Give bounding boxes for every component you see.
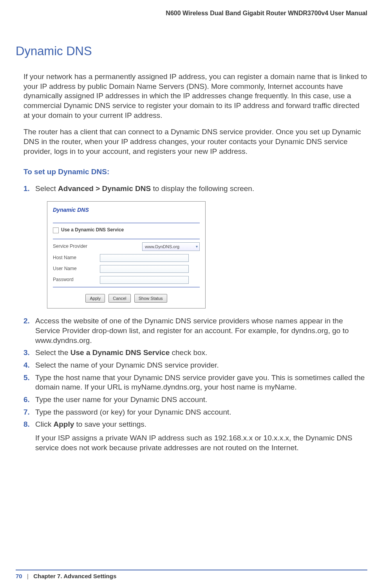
service-provider-value: www.DynDNS.org	[145, 244, 179, 249]
user-name-row: User Name	[53, 265, 200, 273]
paragraph-2: The router has a client that can connect…	[16, 127, 367, 156]
manual-title: N600 Wireless Dual Band Gigabit Router W…	[166, 10, 367, 16]
page-content: Dynamic DNS If your network has a perman…	[0, 17, 383, 453]
cancel-button[interactable]: Cancel	[108, 294, 130, 303]
service-provider-select[interactable]: www.DynDNS.org ▾	[142, 242, 200, 251]
steps-list: Select Advanced > Dynamic DNS to display…	[16, 184, 367, 453]
step-8-bold: Apply	[53, 420, 74, 428]
page-footer: 70 | Chapter 7. Advanced Settings	[16, 566, 367, 579]
step-5: Type the host name that your Dynamic DNS…	[23, 373, 367, 392]
step-3-bold: Use a Dynamic DNS Service	[70, 348, 170, 357]
step-8-note: If your ISP assigns a private WAN IP add…	[35, 433, 367, 453]
chevron-down-icon: ▾	[196, 244, 198, 249]
use-ddns-row: Use a Dynamic DNS Service	[53, 227, 200, 233]
host-name-row: Host Name	[53, 254, 200, 262]
password-row: Password	[53, 276, 200, 284]
password-label: Password	[53, 277, 100, 283]
step-3-post: check box.	[170, 348, 207, 357]
footer-rule	[16, 570, 367, 570]
setup-subheading: To set up Dynamic DNS:	[23, 168, 367, 176]
apply-button[interactable]: Apply	[85, 294, 105, 303]
show-status-button[interactable]: Show Status	[134, 294, 167, 303]
panel-divider-bottom	[53, 287, 200, 287]
use-ddns-label: Use a Dynamic DNS Service	[61, 227, 124, 233]
step-4: Select the name of your Dynamic DNS serv…	[23, 361, 367, 370]
footer-separator: |	[27, 573, 29, 579]
page-number: 70	[16, 573, 22, 579]
step-1-post: to display the following screen.	[151, 184, 254, 193]
user-name-input[interactable]	[100, 265, 189, 273]
step-3: Select the Use a Dynamic DNS Service che…	[23, 348, 367, 358]
step-8-post: to save your settings.	[74, 420, 146, 428]
section-heading: Dynamic DNS	[16, 44, 367, 58]
step-6: Type the user name for your Dynamic DNS …	[23, 395, 367, 405]
step-8-pre: Click	[35, 420, 53, 428]
step-1: Select Advanced > Dynamic DNS to display…	[23, 184, 367, 309]
step-8: Click Apply to save your settings. If yo…	[23, 420, 367, 453]
chapter-label: Chapter 7. Advanced Settings	[33, 573, 116, 579]
step-1-bold: Advanced > Dynamic DNS	[58, 184, 151, 193]
panel-divider-top	[53, 223, 200, 223]
step-2: Access the website of one of the Dynamic…	[23, 316, 367, 345]
step-1-pre: Select	[35, 184, 58, 193]
password-input[interactable]	[100, 276, 189, 284]
user-name-label: User Name	[53, 266, 100, 272]
manual-header: N600 Wireless Dual Band Gigabit Router W…	[0, 0, 383, 17]
panel-buttons-row: Apply Cancel Show Status	[53, 293, 200, 303]
paragraph-1: If your network has a permanently assign…	[16, 72, 367, 120]
step-3-pre: Select the	[35, 348, 70, 357]
host-name-label: Host Name	[53, 255, 100, 261]
host-name-input[interactable]	[100, 254, 189, 262]
service-provider-label: Service Provider	[53, 243, 100, 250]
panel-divider-mid	[53, 239, 200, 239]
step-7: Type the password (or key) for your Dyna…	[23, 408, 367, 417]
use-ddns-checkbox[interactable]	[53, 227, 59, 233]
dynamic-dns-panel: Dynamic DNS Use a Dynamic DNS Service Se…	[47, 201, 206, 308]
footer-text: 70 | Chapter 7. Advanced Settings	[16, 573, 367, 579]
service-provider-row: Service Provider www.DynDNS.org ▾	[53, 242, 200, 251]
panel-title: Dynamic DNS	[53, 206, 200, 213]
